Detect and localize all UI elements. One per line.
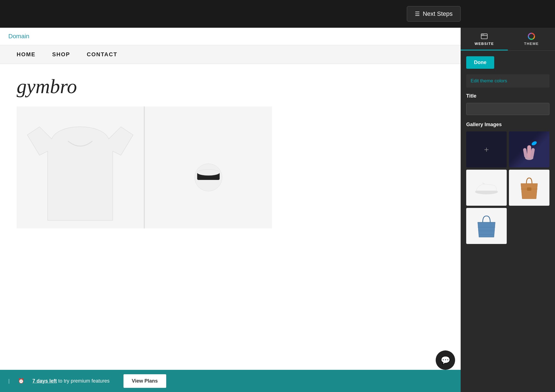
panel-content: Done Edit theme colors Title Gallery Ima… [461,51,555,392]
blue-bag-svg [474,212,499,240]
tab-website-label: WEBSITE [475,42,494,46]
next-steps-label: Next Steps [423,10,453,17]
socks-svg [188,142,229,192]
website-icon [481,33,488,40]
chat-button[interactable]: 💬 [436,350,455,370]
banner-separator: | [8,378,10,384]
nav-home[interactable]: HOME [17,51,36,58]
svg-rect-15 [527,187,531,191]
list-icon: ☰ [415,11,420,17]
svg-point-6 [483,34,484,35]
domain-bar[interactable]: Domain [0,28,461,45]
tshirt-svg [17,106,144,228]
title-input[interactable] [466,103,549,115]
brown-bag-svg [518,175,540,200]
edit-theme-colors-link[interactable]: Edit theme colors [466,74,549,88]
title-section-label: Title [466,93,549,99]
trial-text: 7 days left to try premium features [32,378,110,384]
product-cell-socks[interactable] [145,106,272,228]
product-grid [17,106,272,228]
svg-point-5 [482,34,483,35]
gallery-blue-bag-cell[interactable] [466,208,507,244]
gallery-grid: ＋ [466,131,549,244]
svg-point-2 [197,169,220,175]
right-panel: WEBSITE THEME Done Edit theme colors Tit… [461,28,555,392]
preview-frame: Domain HOME SHOP CONTACT gymbro [0,28,461,392]
top-bar: ☰ Next Steps [0,0,555,28]
tab-theme-label: THEME [524,42,539,46]
nav-bar: HOME SHOP CONTACT [0,45,461,64]
trial-icon: ⏰ [18,378,24,384]
gallery-sneaker-cell[interactable] [466,170,507,206]
hand-svg [518,138,540,161]
tab-website[interactable]: WEBSITE [461,28,508,50]
plus-icon: ＋ [483,144,490,155]
gallery-hand-cell[interactable] [509,131,549,167]
sneaker-svg [474,179,499,196]
panel-tabs: WEBSITE THEME [461,28,555,51]
product-cell-tshirt[interactable] [17,106,144,228]
website-content: gymbro [0,64,461,392]
preview-area: Domain HOME SHOP CONTACT gymbro [0,28,461,392]
theme-icon [528,33,535,40]
bottom-banner: | ⏰ 7 days left to try premium features … [0,370,461,392]
gallery-add-cell[interactable]: ＋ [466,131,507,167]
brand-name: gymbro [17,75,444,98]
gallery-section-label: Gallery Images [466,122,549,128]
tab-theme[interactable]: THEME [508,28,555,50]
view-plans-button[interactable]: View Plans [123,374,166,388]
trial-suffix: to try premium features [58,378,110,384]
svg-point-12 [531,141,537,146]
days-left-link[interactable]: 7 days left [32,378,57,384]
nav-contact[interactable]: CONTACT [87,51,117,58]
nav-shop[interactable]: SHOP [52,51,70,58]
svg-rect-10 [523,148,528,158]
done-button[interactable]: Done [466,56,494,69]
domain-label: Domain [8,33,29,40]
main-layout: Domain HOME SHOP CONTACT gymbro [0,28,555,392]
chat-icon: 💬 [441,356,450,365]
gallery-brown-bag-cell[interactable] [509,170,549,206]
next-steps-button[interactable]: ☰ Next Steps [407,6,461,22]
